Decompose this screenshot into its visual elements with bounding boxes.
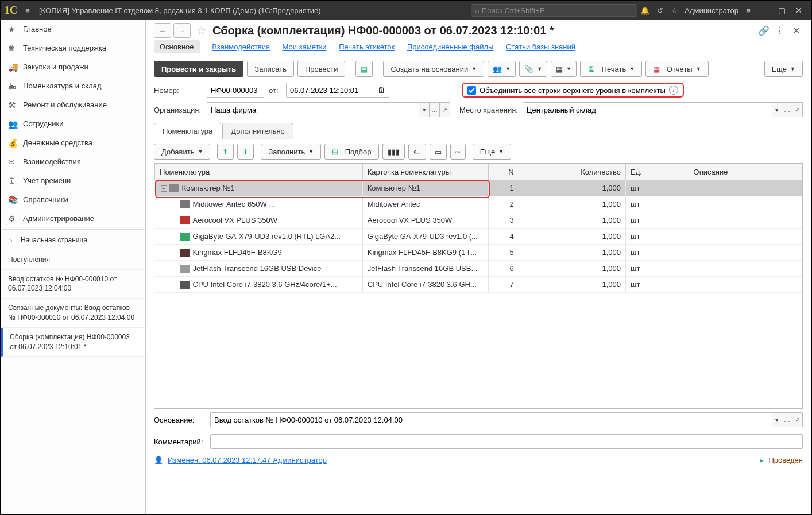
storage-open-button[interactable]: ↗: [792, 102, 803, 117]
list-button[interactable]: ▦▼: [551, 61, 577, 77]
print-button[interactable]: 🖶 Печать▼: [580, 61, 642, 77]
settings-icon[interactable]: ≡: [741, 6, 756, 15]
doc-icon-button[interactable]: ▤: [355, 61, 373, 77]
storage-label: Место хранения:: [459, 106, 518, 114]
user-name[interactable]: Администратор: [682, 6, 741, 15]
nav-icon: 🛠: [8, 100, 23, 110]
more-icon[interactable]: ⋮: [773, 25, 787, 36]
document-title: Сборка (комплектация) НФ00-000003 от 06.…: [212, 24, 755, 37]
more-button[interactable]: Еще▼: [764, 61, 803, 77]
tab-interactions[interactable]: Взаимодействия: [212, 42, 270, 51]
col-card[interactable]: Карточка номенклатуры: [362, 164, 488, 180]
attach-button[interactable]: 📎▼: [519, 61, 547, 77]
sidebar-item-0[interactable]: ★Главное: [1, 20, 145, 38]
items-table[interactable]: Номенклатура Карточка номенклатуры N Кол…: [154, 163, 803, 409]
subtab-additional[interactable]: Дополнительно: [222, 123, 293, 139]
combine-checkbox[interactable]: [467, 86, 476, 95]
sidebar-item-5[interactable]: 👥Сотрудники: [1, 114, 145, 133]
table-row[interactable]: −Компьютер №1 Компьютер №1 1 1,000 шт: [155, 180, 802, 196]
col-nomenclature[interactable]: Номенклатура: [155, 164, 363, 180]
tab-notes[interactable]: Мои заметки: [283, 42, 327, 51]
org-pick-button[interactable]: …: [430, 102, 440, 117]
date-field[interactable]: 06.07.2023 12:10:01 🗓: [286, 83, 389, 98]
close-button[interactable]: ✕: [790, 6, 807, 15]
changed-link[interactable]: Изменен: 06.07.2023 12:17:47 Администрат…: [168, 456, 327, 464]
sidebar-item-10[interactable]: ⚙Администрирование: [1, 209, 145, 228]
expand-icon[interactable]: −: [161, 185, 167, 192]
users-button[interactable]: 👥▼: [488, 61, 516, 77]
subtab-nomenclature[interactable]: Номенклатура: [154, 123, 221, 139]
sidebar-item-7[interactable]: ✉Взаимодействия: [1, 152, 145, 171]
col-qty[interactable]: Количество: [519, 164, 625, 180]
move-down-button[interactable]: ⬇: [237, 144, 254, 160]
basis-open-button[interactable]: ↗: [792, 412, 803, 427]
tab-kb[interactable]: Статьи базы знаний: [506, 42, 575, 51]
storage-dropdown-button[interactable]: ▾: [772, 102, 782, 117]
storage-field[interactable]: Центральный склад: [523, 102, 772, 117]
recent-item-2[interactable]: Связанные документы: Ввод остатков № НФ0…: [1, 299, 145, 328]
table-more-button[interactable]: Еще▼: [473, 144, 511, 160]
maximize-button[interactable]: ▢: [773, 6, 790, 15]
col-unit[interactable]: Ед.: [625, 164, 689, 180]
sidebar-item-4[interactable]: 🛠Ремонт и обслуживание: [1, 95, 145, 114]
search-icon: ⌕: [475, 6, 480, 15]
calendar-icon[interactable]: 🗓: [378, 86, 385, 95]
menu-icon[interactable]: ≡: [21, 6, 34, 15]
table-row[interactable]: CPU Intel Core i7-3820 3.6 GHz/4core/1+.…: [155, 277, 802, 293]
basis-pick-button[interactable]: …: [782, 412, 792, 427]
reports-button[interactable]: ▦ Отчеты▼: [645, 61, 708, 77]
info-icon[interactable]: i: [669, 86, 678, 95]
fill-button[interactable]: Заполнить▼: [261, 144, 321, 160]
post-and-close-button[interactable]: Провести и закрыть: [154, 61, 243, 77]
tab-files[interactable]: Присоединенные файлы: [407, 42, 494, 51]
global-search[interactable]: ⌕ Поиск Ctrl+Shift+F: [471, 4, 637, 17]
sidebar-item-3[interactable]: 🖶Номенклатура и склад: [1, 76, 145, 95]
sidebar-item-8[interactable]: 🗓Учет времени: [1, 171, 145, 190]
recent-item-0[interactable]: Поступления: [1, 250, 145, 270]
forward-button[interactable]: →: [173, 23, 191, 38]
tag-button[interactable]: 🏷: [408, 144, 426, 160]
barcode-button[interactable]: ▮▮▮: [382, 144, 405, 160]
sidebar-item-1[interactable]: ✺Техническая поддержка: [1, 38, 145, 57]
favorite-icon[interactable]: ☆: [196, 24, 207, 37]
org-open-button[interactable]: ↗: [440, 102, 450, 117]
col-n[interactable]: N: [489, 164, 519, 180]
star-icon[interactable]: ☆: [667, 6, 682, 15]
link-icon[interactable]: 🔗: [757, 25, 771, 36]
sidebar-item-2[interactable]: 🚚Закупки и продажи: [1, 57, 145, 76]
post-button[interactable]: Провести: [297, 61, 346, 77]
table-row[interactable]: Aerocool VX PLUS 350W Aerocool VX PLUS 3…: [155, 212, 802, 229]
storage-pick-button[interactable]: …: [782, 102, 792, 117]
create-based-button[interactable]: Создать на основании▼: [383, 61, 484, 77]
write-button[interactable]: Записать: [247, 61, 294, 77]
org-dropdown-button[interactable]: ▾: [419, 102, 430, 117]
recent-item-3[interactable]: Сборка (комплектация) НФ00-000003 от 06.…: [1, 328, 145, 357]
org-field[interactable]: Наша фирма: [207, 102, 419, 117]
add-row-button[interactable]: Добавить▼: [154, 144, 210, 160]
close-document-button[interactable]: ✕: [789, 25, 803, 36]
table-row[interactable]: GigaByte GA-X79-UD3 rev1.0 (RTL) LGA2...…: [155, 229, 802, 245]
bell-icon[interactable]: 🔔: [637, 6, 652, 15]
comment-field[interactable]: [210, 434, 803, 449]
basis-field[interactable]: Ввод остатков № НФ00-000010 от 06.07.202…: [210, 412, 772, 427]
nav-icon: 🗓: [8, 176, 23, 185]
tab-labels[interactable]: Печать этикеток: [339, 42, 395, 51]
sidebar-item-6[interactable]: 💰Денежные средства: [1, 133, 145, 152]
sidebar-item-9[interactable]: 📚Справочники: [1, 190, 145, 209]
table-row[interactable]: Miditower Antec 650W ... Miditower Antec…: [155, 196, 802, 212]
table-row[interactable]: JetFlash Transcend 16GB USB Device JetFl…: [155, 261, 802, 277]
pick-button[interactable]: ⊞ Подбор: [324, 144, 378, 160]
basis-dropdown-button[interactable]: ▾: [772, 412, 782, 427]
minimize-button[interactable]: —: [756, 6, 773, 15]
number-field[interactable]: НФ00-000003: [207, 83, 264, 98]
home-page-link[interactable]: ⌂ Начальная страница: [1, 231, 145, 250]
structure-button[interactable]: ◦◦: [450, 144, 466, 160]
move-up-button[interactable]: ⬆: [217, 144, 234, 160]
recent-item-1[interactable]: Ввод остатков № НФ00-000010 от 06.07.202…: [1, 270, 145, 299]
col-desc[interactable]: Описание: [689, 164, 802, 180]
tab-main[interactable]: Основное: [154, 40, 200, 53]
table-row[interactable]: Kingmax FLFD45F-B8KG9 Kingmax FLFD45F-B8…: [155, 245, 802, 261]
history-icon[interactable]: ↺: [652, 6, 667, 15]
scan-button[interactable]: ▭: [430, 144, 447, 160]
back-button[interactable]: ←: [154, 23, 171, 38]
